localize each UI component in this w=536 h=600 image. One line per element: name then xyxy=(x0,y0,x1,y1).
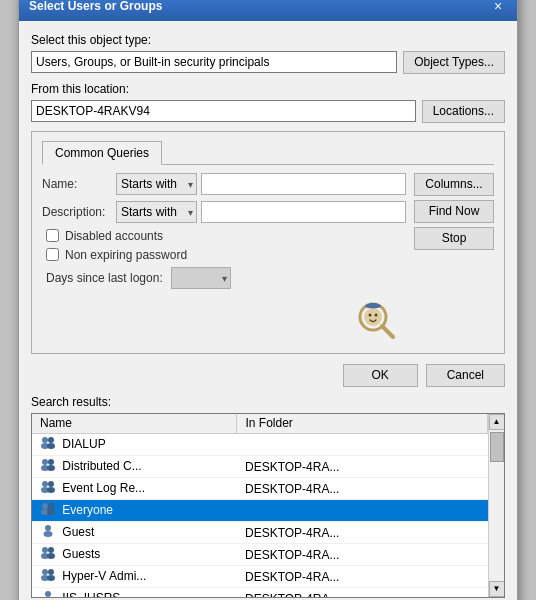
location-row: Locations... xyxy=(31,100,505,123)
object-types-button[interactable]: Object Types... xyxy=(403,51,505,74)
scroll-down-arrow[interactable]: ▼ xyxy=(489,581,505,597)
desc-starts-with-select[interactable]: Starts with xyxy=(116,201,197,223)
svg-point-3 xyxy=(369,313,372,316)
table-row[interactable]: IIS_IUSRS DESKTOP-4RA... xyxy=(32,588,488,598)
cell-folder: DESKTOP-4RA... xyxy=(237,544,488,566)
svg-point-18 xyxy=(47,487,55,493)
cancel-button[interactable]: Cancel xyxy=(426,364,505,387)
location-label: From this location: xyxy=(31,82,505,96)
table-wrapper[interactable]: Name In Folder DIALUP Distributed C... D… xyxy=(32,414,504,598)
days-select[interactable] xyxy=(171,267,231,289)
cell-name: Event Log Re... xyxy=(32,478,237,500)
scroll-thumb[interactable] xyxy=(490,432,504,462)
user-icon xyxy=(40,461,56,475)
cell-name: Everyone xyxy=(32,500,237,522)
name-row: Name: Starts with xyxy=(42,173,406,195)
locations-button[interactable]: Locations... xyxy=(422,100,505,123)
search-results-label: Search results: xyxy=(31,395,505,409)
disabled-accounts-checkbox[interactable] xyxy=(46,229,59,242)
days-combo-wrapper xyxy=(171,267,231,289)
search-icon-container xyxy=(42,295,406,343)
cell-folder: DESKTOP-4RA... xyxy=(237,522,488,544)
queries-left: Name: Starts with Description: xyxy=(42,173,406,343)
svg-point-32 xyxy=(47,575,55,581)
desc-value-input[interactable] xyxy=(201,201,406,223)
days-since-logon-row: Days since last logon: xyxy=(46,267,406,289)
user-icon xyxy=(40,571,56,585)
svg-point-22 xyxy=(47,509,55,515)
cell-name: Hyper-V Admi... xyxy=(32,566,237,588)
col-header-name[interactable]: Name xyxy=(32,414,237,434)
non-expiring-password-label: Non expiring password xyxy=(65,248,187,262)
tab-strip: Common Queries xyxy=(42,140,494,165)
table-row[interactable]: Hyper-V Admi... DESKTOP-4RA... xyxy=(32,566,488,588)
svg-line-2 xyxy=(382,326,393,337)
cell-folder xyxy=(237,500,488,522)
results-table: Name In Folder DIALUP Distributed C... D… xyxy=(32,414,488,598)
ok-cancel-row: OK Cancel xyxy=(31,364,505,387)
table-row[interactable]: Guest DESKTOP-4RA... xyxy=(32,522,488,544)
name-value-input[interactable] xyxy=(201,173,406,195)
ok-button[interactable]: OK xyxy=(343,364,418,387)
common-queries-group: Common Queries Name: Starts with xyxy=(31,131,505,354)
scroll-up-arrow[interactable]: ▲ xyxy=(489,414,505,430)
search-illustration-icon xyxy=(351,295,406,343)
name-starts-with-select[interactable]: Starts with xyxy=(116,173,197,195)
table-row[interactable]: DIALUP xyxy=(32,434,488,456)
svg-point-10 xyxy=(47,443,55,449)
col-header-folder[interactable]: In Folder xyxy=(237,414,488,434)
name-combo-wrapper: Starts with xyxy=(116,173,197,195)
name-label: Name: xyxy=(42,177,112,191)
svg-point-7 xyxy=(42,437,48,443)
close-button[interactable]: × xyxy=(489,0,507,15)
cell-name: IIS_IUSRS xyxy=(32,588,237,598)
svg-point-28 xyxy=(47,553,55,559)
svg-point-31 xyxy=(48,569,54,575)
svg-point-23 xyxy=(45,525,51,531)
user-icon xyxy=(40,483,56,497)
tab-common-queries[interactable]: Common Queries xyxy=(42,141,162,165)
right-buttons: Columns... Find Now Stop xyxy=(414,173,494,250)
svg-point-9 xyxy=(48,437,54,443)
non-expiring-password-row: Non expiring password xyxy=(46,248,406,262)
results-table-container: Name In Folder DIALUP Distributed C... D… xyxy=(31,413,505,598)
stop-button[interactable]: Stop xyxy=(414,227,494,250)
user-icon xyxy=(40,439,56,453)
cell-name: Distributed C... xyxy=(32,456,237,478)
table-row[interactable]: Everyone xyxy=(32,500,488,522)
svg-rect-6 xyxy=(369,303,377,307)
object-type-input[interactable] xyxy=(31,51,397,73)
non-expiring-password-checkbox[interactable] xyxy=(46,248,59,261)
cell-folder: DESKTOP-4RA... xyxy=(237,588,488,598)
table-row[interactable]: Distributed C... DESKTOP-4RA... xyxy=(32,456,488,478)
svg-point-1 xyxy=(364,308,382,326)
cell-name: Guest xyxy=(32,522,237,544)
select-users-dialog: Select Users or Groups × Select this obj… xyxy=(18,0,518,600)
cell-name: DIALUP xyxy=(32,434,237,456)
scrollbar[interactable]: ▲ ▼ xyxy=(488,414,504,597)
svg-point-34 xyxy=(44,597,53,598)
description-label: Description: xyxy=(42,205,112,219)
desc-combo-wrapper: Starts with xyxy=(116,201,197,223)
cell-folder xyxy=(237,434,488,456)
table-row[interactable]: Event Log Re... DESKTOP-4RA... xyxy=(32,478,488,500)
svg-point-17 xyxy=(48,481,54,487)
columns-button[interactable]: Columns... xyxy=(414,173,494,196)
disabled-accounts-label: Disabled accounts xyxy=(65,229,163,243)
svg-point-33 xyxy=(45,591,51,597)
location-input[interactable] xyxy=(31,100,416,122)
svg-point-14 xyxy=(47,465,55,471)
table-row[interactable]: Guests DESKTOP-4RA... xyxy=(32,544,488,566)
cell-folder: DESKTOP-4RA... xyxy=(237,456,488,478)
cell-name: Guests xyxy=(32,544,237,566)
object-type-label: Select this object type: xyxy=(31,33,505,47)
description-row: Description: Starts with xyxy=(42,201,406,223)
svg-point-24 xyxy=(44,531,53,537)
find-now-button[interactable]: Find Now xyxy=(414,200,494,223)
svg-point-29 xyxy=(42,569,48,575)
dialog-body: Select this object type: Object Types...… xyxy=(19,21,517,601)
dialog-title: Select Users or Groups xyxy=(29,0,162,13)
cell-folder: DESKTOP-4RA... xyxy=(237,478,488,500)
svg-point-21 xyxy=(48,503,54,509)
svg-point-27 xyxy=(48,547,54,553)
